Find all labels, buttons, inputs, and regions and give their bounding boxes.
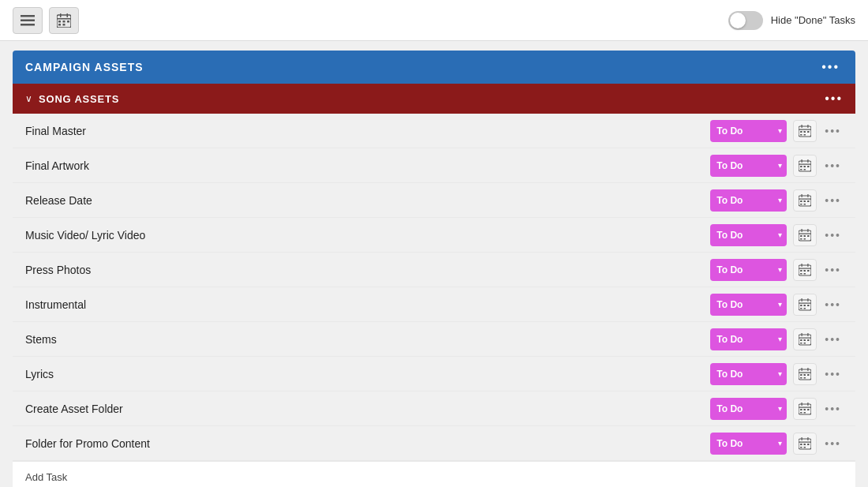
due-date-button[interactable] — [793, 224, 817, 246]
status-select[interactable]: To DoIn ProgressDone — [710, 363, 787, 385]
task-row: Create Asset FolderTo DoIn ProgressDone▾… — [13, 391, 855, 426]
add-task-row: Add Task — [13, 461, 855, 487]
svg-rect-86 — [802, 403, 803, 406]
list-icon — [21, 15, 35, 26]
toolbar-right: Hide "Done" Tasks — [728, 11, 855, 30]
section-more-button[interactable]: ••• — [825, 92, 843, 106]
svg-rect-49 — [799, 268, 811, 268]
calendar-view-button[interactable] — [49, 7, 79, 34]
task-row: StemsTo DoIn ProgressDone▾ ••• — [13, 322, 855, 357]
task-name: Instrumental — [25, 298, 710, 311]
task-name: Folder for Promo Content — [25, 437, 710, 450]
status-select[interactable]: To DoIn ProgressDone — [710, 120, 787, 142]
svg-rect-82 — [800, 377, 803, 379]
svg-rect-91 — [800, 412, 803, 414]
status-select[interactable]: To DoIn ProgressDone — [710, 433, 787, 455]
status-dropdown-wrapper: To DoIn ProgressDone▾ — [710, 294, 787, 316]
hide-done-label: Hide "Done" Tasks — [771, 14, 855, 26]
task-more-button[interactable]: ••• — [823, 264, 843, 276]
svg-rect-99 — [807, 444, 810, 445]
due-date-button[interactable] — [793, 120, 817, 142]
status-select[interactable]: To DoIn ProgressDone — [710, 155, 787, 177]
svg-rect-41 — [802, 229, 803, 232]
task-name: Release Date — [25, 194, 710, 207]
svg-rect-42 — [808, 229, 809, 232]
task-more-button[interactable]: ••• — [823, 368, 843, 380]
svg-rect-17 — [804, 131, 806, 133]
status-dropdown-wrapper: To DoIn ProgressDone▾ — [710, 224, 787, 246]
task-row: Final ArtworkTo DoIn ProgressDone▾ ••• — [13, 148, 855, 183]
svg-rect-43 — [800, 235, 803, 237]
section-chevron[interactable]: ∨ — [25, 93, 32, 104]
status-select[interactable]: To DoIn ProgressDone — [710, 259, 787, 281]
list-view-button[interactable] — [13, 7, 43, 34]
task-more-button[interactable]: ••• — [823, 125, 843, 137]
calendar-icon — [57, 13, 71, 28]
svg-rect-78 — [808, 368, 809, 371]
svg-rect-10 — [58, 24, 61, 26]
task-row: InstrumentalTo DoIn ProgressDone▾ ••• — [13, 287, 855, 322]
status-select[interactable]: To DoIn ProgressDone — [710, 224, 787, 246]
section-title-row: ∨ SONG ASSETS — [25, 93, 119, 105]
campaign-more-button[interactable]: ••• — [818, 60, 843, 74]
task-more-button[interactable]: ••• — [823, 403, 843, 415]
svg-rect-90 — [807, 409, 810, 410]
svg-rect-31 — [799, 198, 811, 199]
task-more-button[interactable]: ••• — [823, 437, 843, 450]
due-date-button[interactable] — [793, 294, 817, 316]
svg-rect-79 — [800, 374, 803, 376]
svg-rect-28 — [800, 169, 803, 170]
due-date-button[interactable] — [793, 328, 817, 350]
calendar-small-icon — [799, 264, 811, 276]
task-row: LyricsTo DoIn ProgressDone▾ ••• — [13, 357, 855, 391]
task-more-button[interactable]: ••• — [823, 159, 843, 172]
task-actions: To DoIn ProgressDone▾ ••• — [710, 120, 843, 142]
due-date-button[interactable] — [793, 398, 817, 420]
svg-rect-23 — [802, 159, 803, 163]
status-select[interactable]: To DoIn ProgressDone — [710, 294, 787, 316]
svg-rect-61 — [800, 305, 803, 306]
task-name: Press Photos — [25, 264, 710, 276]
task-more-button[interactable]: ••• — [823, 333, 843, 346]
due-date-button[interactable] — [793, 259, 817, 281]
svg-rect-45 — [807, 235, 810, 237]
task-more-button[interactable]: ••• — [823, 298, 843, 311]
svg-rect-19 — [800, 134, 803, 136]
hide-done-toggle[interactable] — [728, 11, 763, 30]
svg-rect-54 — [807, 270, 810, 272]
status-select[interactable]: To DoIn ProgressDone — [710, 398, 787, 420]
status-dropdown-wrapper: To DoIn ProgressDone▾ — [710, 433, 787, 455]
status-select[interactable]: To DoIn ProgressDone — [710, 328, 787, 350]
svg-rect-52 — [800, 270, 803, 272]
svg-rect-25 — [800, 166, 803, 167]
svg-rect-59 — [802, 298, 803, 302]
task-more-button[interactable]: ••• — [823, 194, 843, 207]
svg-rect-76 — [799, 372, 811, 373]
svg-rect-27 — [807, 166, 810, 167]
task-name: Final Artwork — [25, 159, 710, 172]
calendar-small-icon — [799, 125, 811, 137]
svg-rect-97 — [800, 444, 803, 445]
due-date-button[interactable] — [793, 363, 817, 385]
due-date-button[interactable] — [793, 155, 817, 177]
status-dropdown-wrapper: To DoIn ProgressDone▾ — [710, 189, 787, 212]
svg-rect-5 — [60, 13, 62, 17]
task-actions: To DoIn ProgressDone▾ ••• — [710, 224, 843, 246]
due-date-button[interactable] — [793, 189, 817, 212]
svg-rect-26 — [804, 166, 806, 167]
svg-rect-92 — [804, 412, 806, 414]
svg-rect-24 — [808, 159, 809, 163]
due-date-button[interactable] — [793, 433, 817, 455]
status-select[interactable]: To DoIn ProgressDone — [710, 189, 787, 212]
calendar-small-icon — [799, 333, 811, 346]
svg-rect-62 — [804, 305, 806, 306]
svg-rect-0 — [21, 15, 35, 17]
task-list: Final MasterTo DoIn ProgressDone▾ •••Fin… — [13, 114, 855, 461]
task-actions: To DoIn ProgressDone▾ ••• — [710, 398, 843, 420]
svg-rect-16 — [800, 131, 803, 133]
task-more-button[interactable]: ••• — [823, 229, 843, 242]
task-name: Music Video/ Lyric Video — [25, 229, 710, 242]
task-row: Folder for Promo ContentTo DoIn Progress… — [13, 426, 855, 461]
add-task-button[interactable]: Add Task — [25, 471, 67, 483]
calendar-small-icon — [799, 159, 811, 172]
